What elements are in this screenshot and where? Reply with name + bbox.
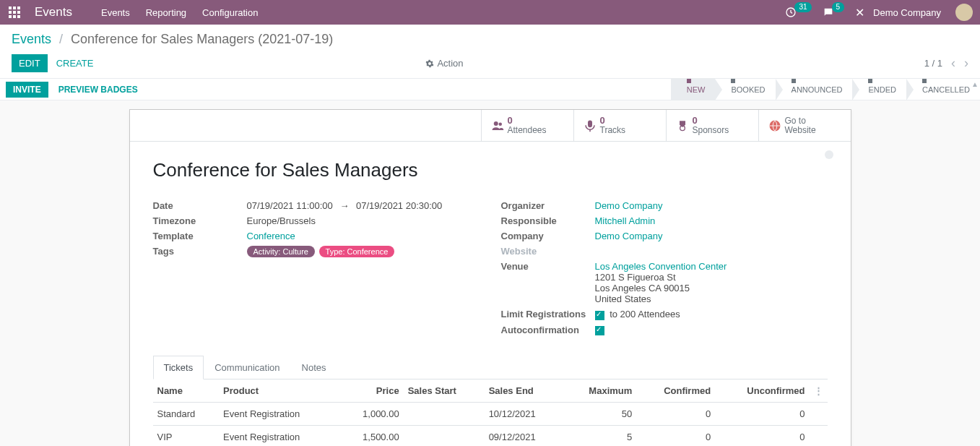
svg-rect-8 <box>17 15 20 18</box>
label-autoconfirm: Autoconfirmation <box>501 325 595 335</box>
th-confirmed[interactable]: Confirmed <box>636 379 715 403</box>
globe-icon <box>765 119 785 132</box>
cell-unconfirmed: 0 <box>715 402 809 425</box>
venue-name[interactable]: Los Angeles Convention Center <box>595 261 727 272</box>
nav-left: Events Events Reporting Configuration <box>7 5 274 20</box>
date-end: 07/19/2021 20:30:00 <box>356 200 442 211</box>
svg-rect-3 <box>9 11 12 14</box>
table-row[interactable]: VIPEvent Registration1,500.0009/12/20215… <box>153 425 828 446</box>
value-responsible[interactable]: Mitchell Admin <box>595 215 656 226</box>
statbtn-website[interactable]: Go to Website <box>758 110 851 141</box>
sponsors-label: Sponsors <box>693 126 729 135</box>
tracks-icon <box>580 119 600 132</box>
pager-next-icon[interactable]: › <box>964 56 968 71</box>
th-product[interactable]: Product <box>219 379 339 403</box>
label-organizer: Organizer <box>501 200 595 211</box>
autoconfirm-checkbox[interactable] <box>595 326 604 335</box>
action-label: Action <box>437 58 463 69</box>
message-count-badge: 5 <box>832 2 845 12</box>
breadcrumb-root[interactable]: Events <box>12 32 51 46</box>
form-col-right: Organizer Demo Company Responsible Mitch… <box>501 200 828 339</box>
value-template[interactable]: Conference <box>247 231 295 241</box>
action-dropdown[interactable]: Action <box>425 58 463 69</box>
sub-action-bar: INVITE PREVIEW BADGES NEW BOOKED ANNOUNC… <box>0 79 980 100</box>
gear-icon <box>425 59 434 68</box>
svg-rect-2 <box>17 7 20 9</box>
value-company[interactable]: Demo Company <box>595 231 663 241</box>
value-date: 07/19/2021 11:00:00 → 07/19/2021 20:30:0… <box>247 200 480 211</box>
th-maximum[interactable]: Maximum <box>563 379 637 403</box>
venue-country: United States <box>595 293 828 304</box>
label-limit: Limit Registrations <box>501 309 595 320</box>
value-venue: Los Angeles Convention Center 1201 S Fig… <box>595 261 828 304</box>
tickets-header-row: Name Product Price Sales Start Sales End… <box>153 379 828 403</box>
th-sales-end[interactable]: Sales End <box>485 379 563 403</box>
brand-title[interactable]: Events <box>35 5 72 20</box>
cell-max: 50 <box>563 402 637 425</box>
table-options-icon[interactable]: ⋮ <box>814 385 823 396</box>
tracks-label: Tracks <box>600 126 626 135</box>
stat-buttons: 0 Attendees 0 Tracks 0 Spons <box>130 110 851 142</box>
value-organizer[interactable]: Demo Company <box>595 200 663 211</box>
statbtn-attendees[interactable]: 0 Attendees <box>481 110 573 141</box>
statbtn-tracks[interactable]: 0 Tracks <box>573 110 666 141</box>
table-row[interactable]: StandardEvent Registration1,000.0010/12/… <box>153 402 828 425</box>
pager: 1 / 1 ‹ › <box>924 56 968 71</box>
pager-prev-icon[interactable]: ‹ <box>951 56 955 71</box>
menu-configuration[interactable]: Configuration <box>202 7 258 18</box>
cell-confirmed: 0 <box>636 425 715 446</box>
user-avatar[interactable] <box>955 4 973 21</box>
apps-icon[interactable] <box>7 5 22 20</box>
nav-right: 31 5 ✕ Demo Company <box>785 4 973 21</box>
cell-price: 1,500.00 <box>339 425 404 446</box>
status-bar: NEW BOOKED ANNOUNCED ENDED CANCELLED <box>671 79 980 100</box>
tab-communication[interactable]: Communication <box>204 356 290 379</box>
label-website: Website <box>501 246 595 257</box>
status-booked[interactable]: BOOKED <box>715 79 775 100</box>
svg-rect-1 <box>13 7 16 9</box>
status-announced[interactable]: ANNOUNCED <box>776 79 853 100</box>
status-ended[interactable]: ENDED <box>852 79 906 100</box>
edit-button[interactable]: EDIT <box>12 54 48 72</box>
status-new[interactable]: NEW <box>671 79 716 100</box>
th-price[interactable]: Price <box>339 379 404 403</box>
menu-events[interactable]: Events <box>101 7 130 18</box>
value-tags: Activity: Culture Type: Conference <box>247 246 480 257</box>
statbtn-sponsors[interactable]: 0 Sponsors <box>666 110 758 141</box>
svg-point-10 <box>493 121 498 126</box>
activity-icon[interactable]: 31 <box>785 7 813 18</box>
attendees-value: 0 <box>508 116 547 126</box>
label-tags: Tags <box>153 246 247 257</box>
svg-rect-5 <box>17 11 20 14</box>
label-timezone: Timezone <box>153 215 247 226</box>
tag-activity[interactable]: Activity: Culture <box>247 246 315 257</box>
cell-product: Event Registration <box>219 402 339 425</box>
status-cancelled[interactable]: CANCELLED <box>906 79 980 100</box>
preview-badges-button[interactable]: PREVIEW BADGES <box>58 85 138 95</box>
website-line1: Go to <box>785 116 816 126</box>
cell-max: 5 <box>563 425 637 446</box>
kanban-state-dot[interactable] <box>825 150 833 159</box>
invite-button[interactable]: INVITE <box>6 82 48 98</box>
tag-type[interactable]: Type: Conference <box>319 246 395 257</box>
svg-point-11 <box>498 122 502 126</box>
content-scroll[interactable]: 0 Attendees 0 Tracks 0 Spons <box>0 100 980 446</box>
tab-tickets[interactable]: Tickets <box>153 356 204 379</box>
svg-rect-7 <box>13 15 16 18</box>
cell-price: 1,000.00 <box>339 402 404 425</box>
th-unconfirmed[interactable]: Unconfirmed <box>715 379 809 403</box>
tab-notes[interactable]: Notes <box>291 356 337 379</box>
company-switcher[interactable]: Demo Company <box>873 7 941 18</box>
messages-icon[interactable]: 5 <box>823 7 847 18</box>
th-name[interactable]: Name <box>153 379 220 403</box>
th-sales-start[interactable]: Sales Start <box>404 379 485 403</box>
create-button[interactable]: CREATE <box>56 58 94 69</box>
close-tray-icon[interactable]: ✕ <box>855 6 864 20</box>
menu-reporting[interactable]: Reporting <box>146 7 186 18</box>
breadcrumb: Events / Conference for Sales Managers (… <box>12 32 968 47</box>
pager-counter[interactable]: 1 / 1 <box>924 58 942 69</box>
limit-checkbox[interactable] <box>595 311 604 320</box>
top-nav: Events Events Reporting Configuration 31… <box>0 0 980 25</box>
scroll-up-icon[interactable]: ▲ <box>971 80 979 88</box>
attendees-icon <box>487 119 508 132</box>
